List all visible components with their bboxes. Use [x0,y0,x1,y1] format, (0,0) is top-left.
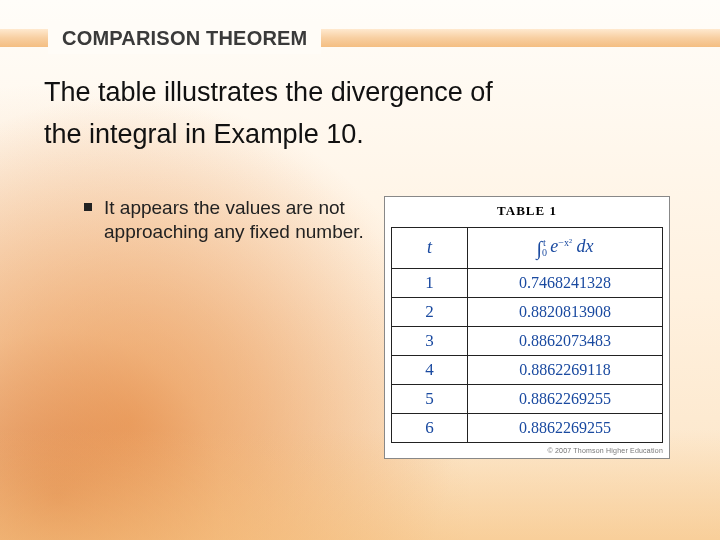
bullet-square-icon [84,203,92,211]
table-row: 2 0.8820813908 [392,297,663,326]
table-caption: TABLE 1 [391,203,663,219]
slide-title: COMPARISON THEOREM [48,22,321,54]
cell-value: 0.8862073483 [467,326,662,355]
cell-value: 0.8862269255 [467,413,662,442]
cell-t: 5 [392,384,468,413]
bullet-item: It appears the values are not approachin… [84,196,384,245]
col-header-integral: ∫0t e−x² dx [467,227,662,268]
content-row: It appears the values are not approachin… [0,196,720,459]
cell-value: 0.8862269118 [467,355,662,384]
table-row: 3 0.8862073483 [392,326,663,355]
table-header-row: t ∫0t e−x² dx [392,227,663,268]
body-text: The table illustrates the divergence of … [44,72,676,156]
cell-t: 4 [392,355,468,384]
table-figure: TABLE 1 t ∫0t e−x² dx [384,196,670,459]
cell-t: 1 [392,268,468,297]
cell-value: 0.8862269255 [467,384,662,413]
table-row: 6 0.8862269255 [392,413,663,442]
cell-value: 0.8820813908 [467,297,662,326]
col-header-t: t [392,227,468,268]
body-line-1: The table illustrates the divergence of [44,77,493,107]
cell-t: 3 [392,326,468,355]
cell-t: 2 [392,297,468,326]
header-band: COMPARISON THEOREM [0,22,720,54]
table-row: 4 0.8862269118 [392,355,663,384]
table-row: 5 0.8862269255 [392,384,663,413]
integral-expression: ∫0t e−x² dx [536,236,593,256]
cell-t: 6 [392,413,468,442]
cell-value: 0.7468241328 [467,268,662,297]
table-column: TABLE 1 t ∫0t e−x² dx [384,196,720,459]
table-copyright: © 2007 Thomson Higher Education [391,447,663,454]
body-line-2: the integral in Example 10. [44,119,364,149]
data-table: t ∫0t e−x² dx 1 0.7468241328 [391,227,663,443]
bullet-text: It appears the values are not approachin… [104,196,384,245]
table-row: 1 0.7468241328 [392,268,663,297]
bullet-column: It appears the values are not approachin… [84,196,384,245]
slide: COMPARISON THEOREM The table illustrates… [0,22,720,459]
